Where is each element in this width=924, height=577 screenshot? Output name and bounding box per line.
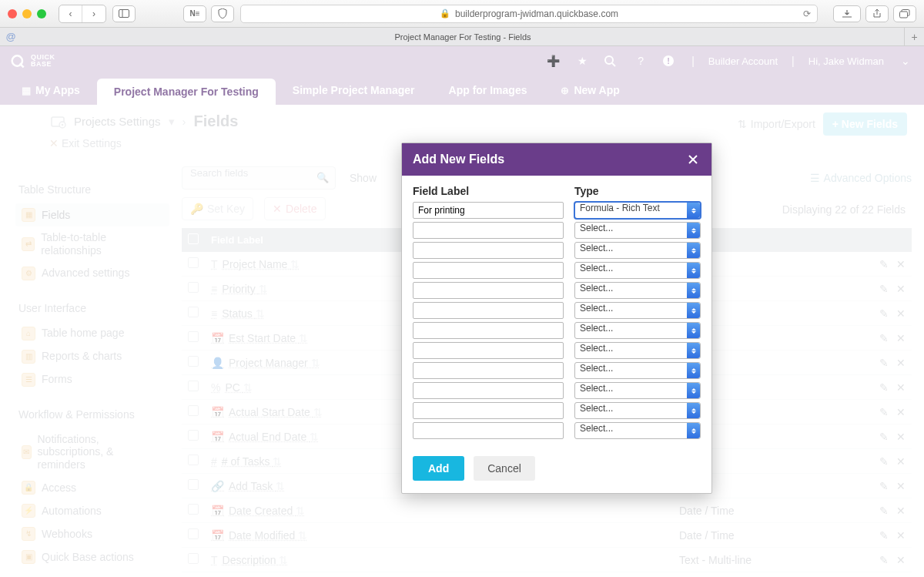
reader-button[interactable]: N≡ (183, 5, 206, 22)
edit-icon[interactable]: ✎ (879, 505, 889, 517)
row-checkbox[interactable] (188, 430, 199, 441)
delete-icon[interactable]: ✕ (896, 307, 906, 320)
field-label-cell[interactable]: TDescription ⇅ (205, 548, 673, 572)
row-checkbox[interactable] (188, 553, 199, 564)
edit-icon[interactable]: ✎ (879, 283, 889, 295)
field-label-cell[interactable]: 📅Date Created ⇅ (205, 498, 673, 523)
field-type-select[interactable]: Select... (574, 362, 701, 379)
delete-icon[interactable]: ✕ (896, 357, 906, 369)
builder-account-link[interactable]: Builder Account (708, 55, 778, 67)
edit-icon[interactable]: ✎ (879, 431, 889, 443)
row-checkbox[interactable] (188, 307, 199, 317)
share-button[interactable] (865, 5, 889, 22)
edit-icon[interactable]: ✎ (879, 258, 889, 270)
sidebar-item-qbactions[interactable]: ▣Quick Base actions (15, 545, 169, 569)
edit-icon[interactable]: ✎ (879, 406, 889, 418)
delete-icon[interactable]: ✕ (896, 529, 906, 542)
favorite-icon[interactable]: ★ (574, 55, 590, 67)
row-checkbox[interactable] (188, 504, 199, 515)
search-icon[interactable] (604, 55, 619, 67)
tab-simple-project-manager[interactable]: Simple Project Manager (276, 75, 432, 105)
reload-icon[interactable]: ⟳ (803, 8, 811, 19)
field-label-input[interactable] (413, 262, 564, 279)
privacy-button[interactable] (211, 5, 234, 22)
delete-icon[interactable]: ✕ (896, 431, 906, 443)
edit-icon[interactable]: ✎ (879, 381, 889, 394)
field-type-select[interactable]: Select... (574, 382, 701, 399)
sidebar-item-webhooks[interactable]: ↯Webhooks (15, 522, 169, 545)
address-bar[interactable]: 🔒 builderprogram-jwidman.quickbase.com ⟳ (240, 5, 818, 23)
sidebar-item-fields[interactable]: ▦Fields (15, 203, 169, 226)
delete-button[interactable]: ✕Delete (264, 197, 325, 220)
forward-button[interactable]: › (82, 5, 105, 22)
row-checkbox[interactable] (188, 455, 199, 465)
set-key-button[interactable]: 🔑Set Key (182, 197, 253, 220)
delete-icon[interactable]: ✕ (896, 455, 906, 468)
field-type-select[interactable]: Select... (574, 242, 701, 259)
sidebar-item-automations[interactable]: ⚡Automations (15, 499, 169, 522)
field-label-input[interactable] (413, 362, 564, 379)
field-label-input[interactable] (413, 202, 564, 219)
row-checkbox[interactable] (188, 479, 199, 490)
edit-icon[interactable]: ✎ (879, 455, 889, 468)
new-tab-button[interactable]: + (904, 28, 924, 45)
tab-app-for-images[interactable]: App for Images (432, 75, 544, 105)
field-label-input[interactable] (413, 342, 564, 359)
field-label-input[interactable] (413, 222, 564, 239)
edit-icon[interactable]: ✎ (879, 357, 889, 369)
delete-icon[interactable]: ✕ (896, 381, 906, 394)
sidebar-item-notifications[interactable]: ✉Notifications, subscriptions, & reminde… (15, 428, 169, 476)
delete-icon[interactable]: ✕ (896, 505, 906, 517)
row-checkbox[interactable] (188, 257, 199, 268)
row-checkbox[interactable] (188, 381, 199, 391)
delete-icon[interactable]: ✕ (896, 283, 906, 295)
delete-icon[interactable]: ✕ (896, 332, 906, 344)
table-row[interactable]: 📅Date Modified ⇅Date / Time✎✕ (182, 523, 912, 548)
field-label-input[interactable] (413, 402, 564, 419)
user-greeting[interactable]: Hi, Jake Widman (808, 55, 884, 67)
field-type-select[interactable]: Select... (574, 282, 701, 299)
advanced-options-link[interactable]: ☰ Advanced Options (810, 172, 912, 184)
field-type-select[interactable]: Select... (574, 322, 701, 339)
attachment-icon[interactable]: @ (0, 28, 22, 45)
select-all-checkbox[interactable] (188, 233, 199, 244)
field-type-select[interactable]: Select... (574, 262, 701, 279)
table-row[interactable]: 📅Date Created ⇅Date / Time✎✕ (182, 498, 912, 523)
search-input[interactable]: Search fields 🔍 (182, 166, 336, 190)
sidebar-item-reports[interactable]: ▥Reports & charts (15, 345, 169, 368)
field-type-select[interactable]: Formula - Rich Text (574, 202, 701, 219)
field-type-select[interactable]: Select... (574, 342, 701, 359)
edit-icon[interactable]: ✎ (879, 480, 889, 492)
close-window[interactable] (8, 9, 17, 18)
back-button[interactable]: ‹ (59, 5, 82, 22)
delete-icon[interactable]: ✕ (896, 406, 906, 418)
sidebar-item-forms[interactable]: ☰Forms (15, 368, 169, 391)
cancel-button[interactable]: Cancel (474, 456, 535, 481)
help-icon[interactable]: ? (633, 55, 648, 67)
sidebar-item-advanced[interactable]: ⚙Advanced settings (15, 262, 169, 285)
table-row[interactable]: TDescription ⇅Text - Multi-line✎✕ (182, 548, 912, 572)
row-checkbox[interactable] (188, 356, 199, 367)
tabs-button[interactable] (893, 5, 916, 22)
sidebar-item-access[interactable]: 🔒Access (15, 476, 169, 499)
field-label-input[interactable] (413, 422, 564, 439)
tab-title[interactable]: Project Manager For Testing - Fields (22, 28, 904, 45)
field-label-input[interactable] (413, 302, 564, 319)
tab-new-app[interactable]: ⊕ New App (544, 75, 636, 105)
edit-icon[interactable]: ✎ (879, 554, 889, 566)
download-button[interactable] (833, 5, 861, 22)
sidebar-toggle[interactable] (112, 5, 136, 22)
edit-icon[interactable]: ✎ (879, 332, 889, 344)
row-checkbox[interactable] (188, 331, 199, 342)
edit-icon[interactable]: ✎ (879, 307, 889, 320)
field-type-select[interactable]: Select... (574, 302, 701, 319)
row-checkbox[interactable] (188, 405, 199, 416)
alert-icon[interactable]: ! (662, 55, 678, 67)
tab-project-manager-testing[interactable]: Project Manager For Testing (97, 79, 276, 105)
tab-my-apps[interactable]: ▦ My Apps (5, 75, 97, 105)
chevron-down-icon[interactable]: ⌄ (898, 55, 913, 67)
sidebar-item-homepage[interactable]: ⌂Table home page (15, 322, 169, 345)
add-icon[interactable]: ➕ (545, 55, 561, 67)
minimize-window[interactable] (22, 9, 32, 18)
edit-icon[interactable]: ✎ (879, 529, 889, 542)
